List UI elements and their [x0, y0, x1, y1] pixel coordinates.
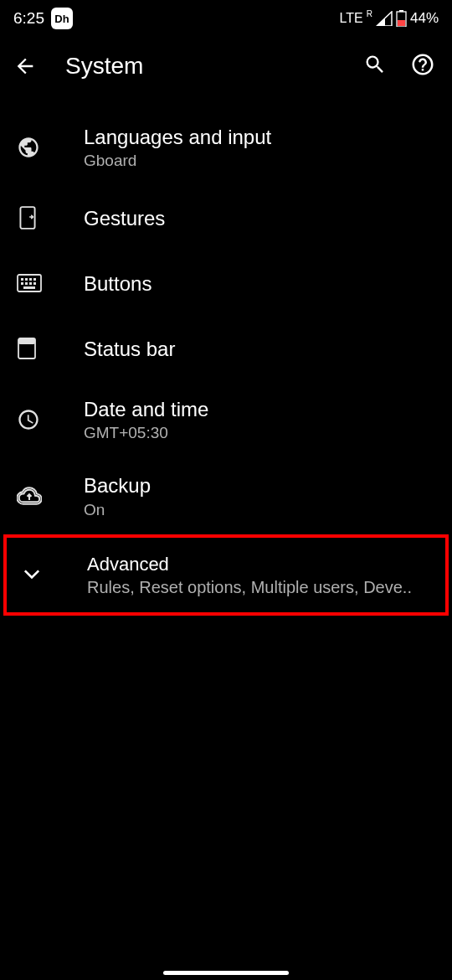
- roaming-indicator: R: [367, 9, 372, 18]
- item-title: Backup: [84, 472, 435, 498]
- network-type-label: LTE: [340, 11, 363, 26]
- item-subtitle: On: [84, 501, 435, 519]
- status-time: 6:25: [13, 9, 44, 28]
- svg-rect-5: [21, 278, 23, 281]
- svg-rect-11: [29, 282, 32, 285]
- item-backup[interactable]: Backup On: [0, 457, 452, 534]
- gestures-icon: [17, 205, 39, 230]
- battery-icon: [396, 10, 407, 27]
- item-title: Buttons: [84, 271, 435, 297]
- status-left: 6:25 Dh: [13, 8, 73, 29]
- help-button[interactable]: [410, 52, 435, 80]
- battery-percent: 44%: [410, 10, 439, 27]
- svg-rect-15: [18, 338, 35, 344]
- help-icon: [410, 52, 435, 77]
- svg-rect-10: [25, 282, 28, 285]
- item-subtitle: Rules, Reset options, Multiple users, De…: [87, 578, 435, 597]
- svg-rect-13: [23, 286, 35, 289]
- svg-rect-2: [398, 20, 405, 26]
- search-button[interactable]: [363, 53, 387, 80]
- chevron-down-icon: [20, 563, 44, 586]
- svg-rect-7: [29, 278, 32, 281]
- arrow-back-icon: [13, 54, 37, 78]
- app-header: System: [0, 34, 452, 97]
- search-icon: [363, 53, 387, 76]
- item-date-time[interactable]: Date and time GMT+05:30: [0, 381, 452, 457]
- cloud-upload-icon: [17, 487, 42, 505]
- item-status-bar[interactable]: Status bar: [0, 316, 452, 381]
- clock-icon: [17, 408, 40, 431]
- item-subtitle: Gboard: [84, 152, 435, 170]
- page-title: System: [65, 53, 363, 80]
- item-title: Advanced: [87, 553, 435, 577]
- status-bar-icon: [17, 337, 37, 360]
- svg-rect-9: [21, 282, 23, 285]
- item-languages-input[interactable]: Languages and input Gboard: [0, 109, 452, 185]
- item-title: Gestures: [84, 205, 435, 231]
- item-advanced[interactable]: Advanced Rules, Reset options, Multiple …: [3, 534, 449, 616]
- svg-rect-6: [25, 278, 28, 281]
- item-title: Date and time: [84, 396, 435, 422]
- item-buttons[interactable]: Buttons: [0, 250, 452, 316]
- signal-icon: [376, 11, 393, 26]
- status-right: LTE R 44%: [340, 10, 439, 27]
- svg-rect-8: [33, 278, 36, 281]
- home-indicator[interactable]: [163, 971, 289, 975]
- status-bar: 6:25 Dh LTE R 44%: [0, 0, 452, 34]
- keyboard-icon: [17, 274, 42, 292]
- notification-app-badge: Dh: [51, 8, 73, 29]
- settings-list: Languages and input Gboard Gestures Butt…: [0, 97, 452, 616]
- item-subtitle: GMT+05:30: [84, 424, 435, 442]
- item-gestures[interactable]: Gestures: [0, 185, 452, 250]
- item-title: Status bar: [84, 336, 435, 362]
- svg-rect-12: [33, 282, 36, 285]
- item-title: Languages and input: [84, 124, 435, 150]
- back-button[interactable]: [13, 54, 47, 78]
- globe-icon: [17, 136, 40, 159]
